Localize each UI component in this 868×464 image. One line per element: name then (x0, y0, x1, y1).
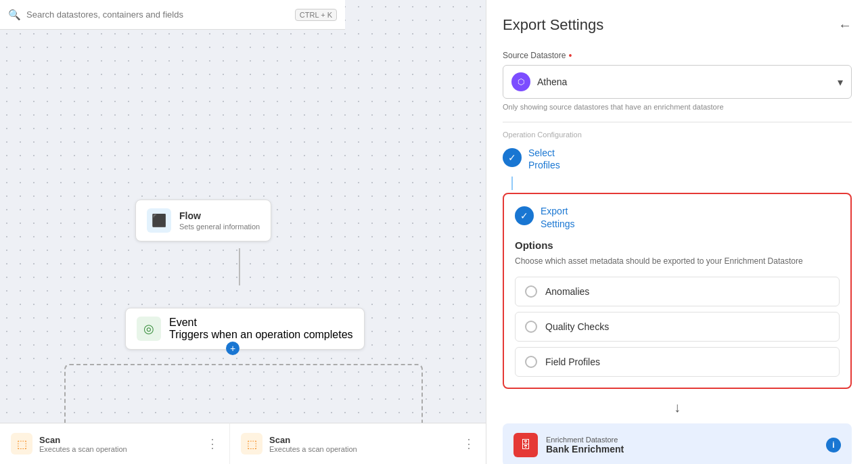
datastore-select[interactable]: ⬡ Athena ▾ (503, 65, 852, 99)
export-settings-box: ✓ Export Settings Options Choose which a… (503, 193, 852, 388)
radio-anomalies[interactable] (525, 285, 537, 298)
connector-line-1 (239, 248, 240, 285)
radio-field-profiles[interactable] (525, 356, 537, 368)
flow-canvas: 🔍 CTRL + K ⬛ Flow Sets general informati… (0, 0, 486, 464)
option-field-profiles-label: Field Profiles (545, 356, 600, 367)
check-icon-2: ✓ (520, 210, 528, 221)
enrichment-label: Enrichment Datastore (546, 436, 624, 444)
options-title: Options (515, 239, 840, 251)
radio-quality-checks[interactable] (525, 321, 537, 333)
flow-icon: ⬛ (147, 208, 171, 233)
option-anomalies-label: Anomalies (545, 286, 589, 297)
option-quality-checks-label: Quality Checks (545, 321, 609, 332)
source-datastore-label: Source Datastore • (503, 50, 852, 61)
enrichment-name: Bank Enrichment (546, 444, 624, 455)
op-config-label: Operation Configuration (503, 122, 852, 139)
option-anomalies[interactable]: Anomalies (515, 277, 840, 306)
required-indicator: • (568, 50, 572, 61)
event-icon: ◎ (137, 317, 161, 341)
step-2-circle: ✓ (515, 206, 534, 225)
athena-icon: ⬡ (511, 72, 530, 91)
step-connector (511, 177, 513, 190)
right-panel: Export Settings ← Source Datastore • ⬡ A… (486, 0, 868, 464)
panel-header: Export Settings ← (503, 16, 852, 34)
close-button[interactable]: ← (838, 18, 852, 33)
step-1-label: Select (528, 147, 560, 159)
scan2-desc: Executes a scan operation (269, 445, 357, 453)
option-field-profiles[interactable]: Field Profiles (515, 347, 840, 377)
scan1-title: Scan (39, 435, 127, 445)
search-input[interactable] (26, 9, 290, 20)
check-icon: ✓ (508, 152, 516, 163)
arrow-down: ↓ (503, 400, 852, 415)
search-icon: 🔍 (8, 9, 21, 21)
scan1-menu[interactable]: ⋮ (206, 436, 219, 451)
search-shortcut: CTRL + K (295, 9, 337, 21)
info-icon[interactable]: i (826, 438, 841, 453)
step-1: ✓ Select Profiles (503, 147, 852, 171)
datastore-name: Athena (537, 76, 567, 87)
add-connector[interactable]: + (226, 342, 239, 355)
option-quality-checks[interactable]: Quality Checks (515, 312, 840, 342)
event-node-title: Event (169, 317, 353, 329)
search-bar[interactable]: 🔍 CTRL + K (0, 0, 345, 30)
panel-title: Export Settings (503, 16, 603, 34)
step-2-label: Export (541, 205, 575, 217)
scan-icon-2: ⬚ (241, 433, 262, 455)
datastore-hint: Only showing source datastores that have… (503, 103, 852, 111)
chevron-down-icon: ▾ (838, 76, 843, 89)
flow-node-title: Flow (179, 210, 260, 221)
flow-node-desc: Sets general information (179, 223, 260, 231)
step-1-label2: Profiles (528, 159, 560, 171)
dashed-drop-area (64, 364, 423, 432)
scan2-title: Scan (269, 435, 357, 445)
enrichment-icon: 🗄 (513, 433, 538, 457)
flow-node: ⬛ Flow Sets general information (135, 200, 271, 241)
scan-node-2: ⬚ Scan Executes a scan operation ⋮ (230, 423, 486, 464)
scan1-desc: Executes a scan operation (39, 445, 127, 453)
enrichment-datastore-box: 🗄 Enrichment Datastore Bank Enrichment i (503, 423, 852, 464)
options-list: Anomalies Quality Checks Field Profiles (515, 277, 840, 377)
scan-icon-1: ⬚ (11, 433, 32, 455)
event-node: ◎ Event Triggers when an operation compl… (125, 308, 365, 350)
step-2-label2: Settings (541, 218, 575, 230)
options-desc: Choose which asset metadata should be ex… (515, 255, 840, 267)
scan2-menu[interactable]: ⋮ (463, 436, 475, 451)
scan-node-1: ⬚ Scan Executes a scan operation ⋮ (0, 423, 230, 464)
step-1-circle: ✓ (503, 148, 522, 167)
event-node-desc: Triggers when an operation completes (169, 329, 353, 341)
export-box-header: ✓ Export Settings (515, 205, 840, 229)
